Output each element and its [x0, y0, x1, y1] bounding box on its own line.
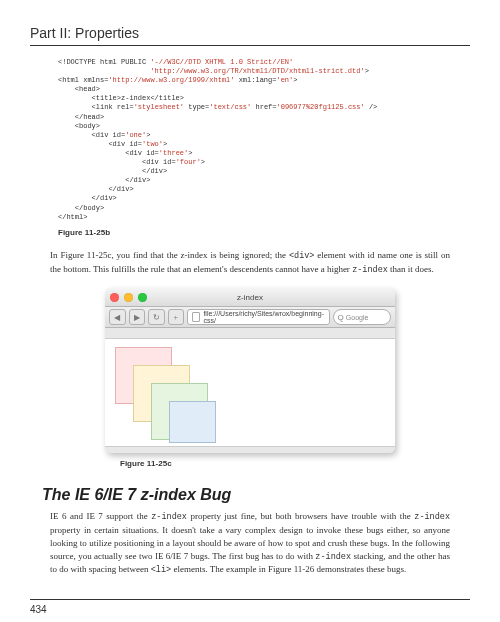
search-field[interactable]: Q Google — [333, 309, 391, 325]
text: than it does. — [388, 264, 434, 274]
reload-button[interactable]: ↻ — [148, 309, 165, 325]
window-titlebar: z-index — [105, 288, 395, 307]
browser-screenshot: z-index ◀ ▶ ↻ + file:///Users/richy/Site… — [105, 288, 395, 453]
inline-code: z-index — [414, 512, 450, 522]
chevron-left-icon: ◀ — [114, 313, 120, 322]
page-header: Part II: Properties — [30, 25, 470, 46]
paragraph-1: In Figure 11-25c, you find that the z-in… — [50, 249, 450, 277]
page-number: 434 — [30, 599, 470, 615]
file-icon — [192, 312, 200, 322]
figure-caption-b: Figure 11-25b — [58, 228, 470, 237]
text: elements. The example in Figure 11-26 de… — [171, 564, 406, 574]
inline-code: z-index — [352, 265, 388, 275]
code-listing: <!DOCTYPE html PUBLIC '-//W3C//DTD XHTML… — [58, 58, 470, 222]
inline-code: z-index — [151, 512, 187, 522]
inline-code: <li> — [151, 565, 171, 575]
paragraph-2: IE 6 and IE 7 support the z-index proper… — [50, 510, 450, 577]
div-four — [169, 401, 216, 443]
add-button[interactable]: + — [168, 309, 185, 325]
browser-toolbar: ◀ ▶ ↻ + file:///Users/richy/Sites/wrox/b… — [105, 307, 395, 328]
page-viewport — [105, 339, 395, 446]
text: IE 6 and IE 7 support the — [50, 511, 151, 521]
address-text: file:///Users/richy/Sites/wrox/beginning… — [203, 310, 324, 324]
search-icon: Q — [338, 313, 344, 322]
text: In Figure 11-25c, you find that the z-in… — [50, 250, 289, 260]
bookmark-bar — [105, 328, 395, 339]
plus-icon: + — [173, 313, 178, 322]
inline-code: <div> — [289, 251, 315, 261]
reload-icon: ↻ — [153, 313, 160, 322]
inline-code: z-index — [315, 552, 351, 562]
forward-button[interactable]: ▶ — [129, 309, 146, 325]
section-heading: The IE 6/IE 7 z-index Bug — [42, 486, 470, 504]
figure-caption-c: Figure 11-25c — [120, 459, 470, 468]
status-bar — [105, 446, 395, 453]
chevron-right-icon: ▶ — [134, 313, 140, 322]
back-button[interactable]: ◀ — [109, 309, 126, 325]
text: property just fine, but both browsers ha… — [187, 511, 414, 521]
search-placeholder: Google — [346, 314, 369, 321]
window-title: z-index — [105, 293, 395, 302]
address-bar[interactable]: file:///Users/richy/Sites/wrox/beginning… — [187, 309, 330, 325]
part-title: Part II: Properties — [30, 25, 139, 41]
